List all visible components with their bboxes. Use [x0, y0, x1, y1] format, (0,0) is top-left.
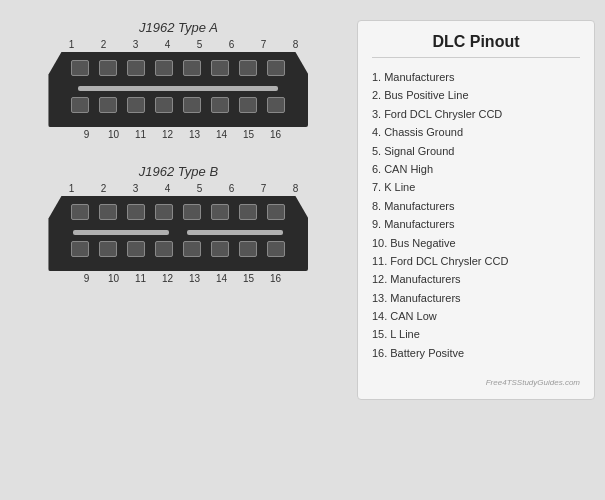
pin-num-b-2: 2 — [96, 183, 110, 194]
connector-b-body — [48, 196, 308, 271]
connector-a-bottom-pins — [71, 97, 285, 113]
connector-a-top-pin-numbers: 1 2 3 4 5 6 7 8 — [54, 39, 302, 50]
pin-b-10 — [99, 241, 117, 257]
pin-num-b-15: 15 — [241, 273, 255, 284]
pin-num-b-14: 14 — [214, 273, 228, 284]
connector-a-body — [48, 52, 308, 127]
pinout-item-15: 15. L Line — [372, 327, 580, 342]
pinout-list: 1. Manufacturers2. Bus Positive Line3. F… — [372, 70, 580, 361]
pinout-item-11: 11. Ford DCL Chrysler CCD — [372, 254, 580, 269]
watermark: Free4TSStudyGuides.com — [372, 370, 580, 387]
pin-b-16 — [267, 241, 285, 257]
pin-num-a-3: 3 — [128, 39, 142, 50]
pin-b-11 — [127, 241, 145, 257]
pin-b-5 — [183, 204, 201, 220]
pin-num-a-15: 15 — [241, 129, 255, 140]
pinout-item-9: 9. Manufacturers — [372, 217, 580, 232]
pin-num-b-4: 4 — [160, 183, 174, 194]
main-container: J1962 Type A 1 2 3 4 5 6 7 8 — [0, 0, 605, 500]
pin-num-a-9: 9 — [79, 129, 93, 140]
pin-a-16 — [267, 97, 285, 113]
pin-a-15 — [239, 97, 257, 113]
connectors-section: J1962 Type A 1 2 3 4 5 6 7 8 — [10, 10, 347, 284]
pin-num-b-11: 11 — [133, 273, 147, 284]
pinout-item-8: 8. Manufacturers — [372, 199, 580, 214]
pin-a-2 — [99, 60, 117, 76]
pin-num-a-4: 4 — [160, 39, 174, 50]
pin-num-a-5: 5 — [192, 39, 206, 50]
connector-a-top-pins — [71, 60, 285, 76]
pin-b-3 — [127, 204, 145, 220]
connector-a-stripe — [78, 86, 278, 91]
pin-b-1 — [71, 204, 89, 220]
pin-a-12 — [155, 97, 173, 113]
connector-b-top-pin-numbers: 1 2 3 4 5 6 7 8 — [54, 183, 302, 194]
pinout-item-6: 6. CAN High — [372, 162, 580, 177]
pin-num-a-7: 7 — [256, 39, 270, 50]
pin-a-8 — [267, 60, 285, 76]
pin-a-6 — [211, 60, 229, 76]
pin-b-14 — [211, 241, 229, 257]
pinout-panel: DLC Pinout 1. Manufacturers2. Bus Positi… — [357, 20, 595, 400]
pin-b-12 — [155, 241, 173, 257]
pin-num-b-10: 10 — [106, 273, 120, 284]
pin-num-a-1: 1 — [64, 39, 78, 50]
pin-a-3 — [127, 60, 145, 76]
pin-num-a-14: 14 — [214, 129, 228, 140]
pin-num-b-6: 6 — [224, 183, 238, 194]
pin-num-a-11: 11 — [133, 129, 147, 140]
pin-num-b-13: 13 — [187, 273, 201, 284]
connector-b-bottom-pins — [71, 241, 285, 257]
pin-b-15 — [239, 241, 257, 257]
connector-b-bottom-pin-numbers: 9 10 11 12 13 14 15 16 — [74, 273, 282, 284]
pin-a-14 — [211, 97, 229, 113]
pinout-item-7: 7. K Line — [372, 180, 580, 195]
connector-a-block: J1962 Type A 1 2 3 4 5 6 7 8 — [10, 20, 347, 140]
pin-num-b-16: 16 — [268, 273, 282, 284]
pinout-item-4: 4. Chassis Ground — [372, 125, 580, 140]
connector-a-title: J1962 Type A — [139, 20, 218, 35]
pin-num-b-12: 12 — [160, 273, 174, 284]
pin-b-8 — [267, 204, 285, 220]
pin-num-a-6: 6 — [224, 39, 238, 50]
pinout-item-13: 13. Manufacturers — [372, 291, 580, 306]
pin-b-7 — [239, 204, 257, 220]
connector-b-block: J1962 Type B 1 2 3 4 5 6 7 8 — [10, 164, 347, 284]
pin-a-1 — [71, 60, 89, 76]
pin-b-4 — [155, 204, 173, 220]
pin-num-a-16: 16 — [268, 129, 282, 140]
connector-a-bottom-pin-numbers: 9 10 11 12 13 14 15 16 — [74, 129, 282, 140]
pinout-item-3: 3. Ford DCL Chrysler CCD — [372, 107, 580, 122]
pin-num-b-1: 1 — [64, 183, 78, 194]
pin-num-b-3: 3 — [128, 183, 142, 194]
pin-a-4 — [155, 60, 173, 76]
pin-num-a-10: 10 — [106, 129, 120, 140]
pinout-item-14: 14. CAN Low — [372, 309, 580, 324]
pin-num-a-8: 8 — [288, 39, 302, 50]
pin-num-b-8: 8 — [288, 183, 302, 194]
pin-num-b-7: 7 — [256, 183, 270, 194]
pinout-item-10: 10. Bus Negative — [372, 236, 580, 251]
pinout-item-1: 1. Manufacturers — [372, 70, 580, 85]
pinout-item-12: 12. Manufacturers — [372, 272, 580, 287]
pin-a-7 — [239, 60, 257, 76]
pinout-item-2: 2. Bus Positive Line — [372, 88, 580, 103]
pinout-item-5: 5. Signal Ground — [372, 144, 580, 159]
pin-a-10 — [99, 97, 117, 113]
pinout-item-16: 16. Battery Positve — [372, 346, 580, 361]
pinout-title: DLC Pinout — [372, 33, 580, 58]
pin-num-a-12: 12 — [160, 129, 174, 140]
pin-num-b-5: 5 — [192, 183, 206, 194]
pin-a-9 — [71, 97, 89, 113]
pin-a-11 — [127, 97, 145, 113]
pin-b-9 — [71, 241, 89, 257]
connector-b-top-pins — [71, 204, 285, 220]
pin-b-2 — [99, 204, 117, 220]
pin-a-13 — [183, 97, 201, 113]
pin-num-a-13: 13 — [187, 129, 201, 140]
connector-b-title: J1962 Type B — [139, 164, 218, 179]
pin-b-13 — [183, 241, 201, 257]
pin-b-6 — [211, 204, 229, 220]
pin-num-a-2: 2 — [96, 39, 110, 50]
pin-num-b-9: 9 — [79, 273, 93, 284]
